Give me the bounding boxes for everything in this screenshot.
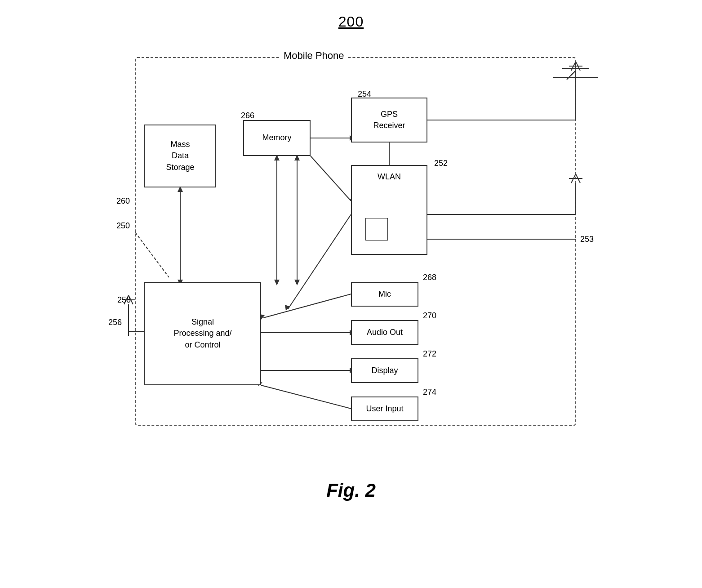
gps-block: GPS Receiver	[351, 98, 427, 143]
mass-storage-block: Mass Data Storage	[144, 125, 216, 187]
ref-254: 254	[358, 89, 371, 99]
wlan-inner-box	[365, 218, 388, 241]
ref-272: 272	[423, 349, 436, 359]
ref-253: 253	[580, 235, 594, 244]
ref-256: 256	[108, 318, 122, 327]
mobile-phone-label: Mobile Phone	[280, 50, 348, 62]
ref-270: 270	[423, 311, 436, 321]
ref-274: 274	[423, 388, 436, 397]
ref-260: 260	[116, 196, 130, 206]
fig-label: Fig. 2	[326, 480, 376, 501]
ref-266: 266	[241, 111, 254, 120]
ref-258: 258	[117, 295, 131, 305]
ref-268: 268	[423, 273, 436, 282]
audio-out-block: Audio Out	[351, 320, 418, 345]
diagram: Mobile Phone	[81, 44, 621, 471]
memory-block: Memory	[243, 120, 311, 156]
ref-250: 250	[116, 221, 130, 231]
page-title: 200	[338, 13, 364, 30]
mic-block: Mic	[351, 282, 418, 307]
ref-252: 252	[434, 159, 448, 168]
svg-line-14	[576, 174, 580, 183]
signal-proc-block: Signal Processing and/ or Control	[144, 282, 261, 385]
wlan-block: WLAN	[351, 165, 427, 255]
display-block: Display	[351, 358, 418, 383]
svg-line-7	[576, 62, 580, 71]
user-input-block: User Input	[351, 396, 418, 421]
